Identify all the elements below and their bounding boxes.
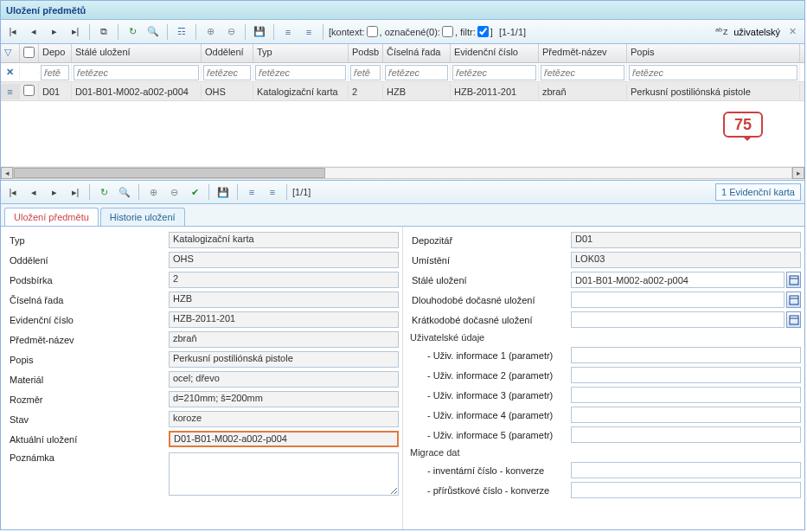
lbl-mat: Materiál	[4, 375, 169, 385]
save-icon[interactable]: 💾	[251, 23, 268, 41]
lbl-inv: - inventární číslo - konverze	[407, 465, 571, 476]
kontext-checkbox[interactable]	[367, 26, 378, 37]
lbl-u2: - Uživ. informace 2 (parametr)	[407, 370, 571, 381]
col-podsb[interactable]: Podsb	[349, 44, 383, 62]
remove2-icon[interactable]: ⊖	[165, 183, 183, 201]
val-umist: LOK03	[571, 252, 801, 268]
col-typ[interactable]: Typ	[253, 44, 349, 62]
horizontal-scrollbar[interactable]: ◂ ▸	[1, 166, 804, 180]
kontext-label: [kontext: , označené(0): , filtr: ] [1-1…	[329, 26, 526, 37]
filtr-checkbox[interactable]	[477, 26, 489, 37]
next-page-icon[interactable]: ▸	[46, 23, 63, 41]
prev-page-icon[interactable]: ◂	[25, 23, 42, 41]
copy-icon[interactable]: ⧉	[95, 23, 112, 41]
picker-krat-icon[interactable]	[786, 311, 801, 328]
search2-icon[interactable]: 🔍	[116, 183, 133, 201]
prev2-icon[interactable]: ◂	[25, 183, 42, 201]
picker-stale-icon[interactable]	[786, 272, 801, 288]
lbl-podsb: Podsbírka	[4, 275, 169, 285]
filter-col-icon[interactable]: ▽	[1, 44, 20, 62]
filter-podsb[interactable]	[350, 65, 381, 80]
save2-icon[interactable]: 💾	[215, 183, 232, 201]
val-u5[interactable]	[571, 426, 801, 443]
filt2a-icon[interactable]: ≡	[243, 183, 260, 201]
val-u3[interactable]	[571, 387, 801, 403]
selectall-checkbox[interactable]	[23, 47, 35, 58]
col-stale[interactable]: Stálé uložení	[72, 44, 202, 62]
filter-stale[interactable]	[74, 65, 199, 80]
col-evid[interactable]: Evidenční číslo	[451, 44, 539, 62]
val-prir[interactable]	[571, 482, 801, 498]
table-row[interactable]: ≡ D01 D01-B01-M002-a002-p004 OHS Katalog…	[1, 82, 804, 101]
add2-icon[interactable]: ⊕	[144, 183, 162, 201]
row-menu-icon[interactable]: ≡	[1, 84, 20, 99]
val-depoz: D01	[571, 232, 801, 248]
tree-icon[interactable]: ☶	[173, 23, 190, 41]
oznacene-checkbox[interactable]	[442, 26, 453, 37]
evidencni-karta-badge[interactable]: 1 Evidenční karta	[715, 183, 801, 201]
svg-rect-0	[790, 276, 798, 285]
val-popis: Perkusní postiliónská pistole	[169, 351, 399, 368]
filter-popis[interactable]	[629, 65, 797, 80]
section-migr: Migrace dat	[403, 445, 804, 460]
lbl-odd: Oddělení	[4, 255, 169, 266]
filter-odd[interactable]	[203, 65, 251, 80]
user-label: uživatelský	[733, 27, 780, 37]
val-pozn[interactable]	[169, 452, 399, 496]
last2-icon[interactable]: ▸|	[67, 183, 84, 201]
filter2-icon[interactable]: ≡	[300, 23, 317, 41]
cell-popis: Perkusní postiliónská pistole	[627, 84, 800, 99]
filter-depo[interactable]	[41, 65, 69, 80]
check-icon[interactable]: ✔	[186, 183, 203, 201]
tab-historie[interactable]: Historie uložení	[100, 208, 185, 226]
val-krat[interactable]	[571, 311, 785, 328]
filter-typ[interactable]	[255, 65, 346, 80]
close-filter-icon[interactable]: ✕	[1, 66, 20, 79]
col-nazev[interactable]: Předmět-název	[539, 44, 627, 62]
row-checkbox[interactable]	[23, 85, 35, 96]
val-stale[interactable]	[571, 272, 785, 288]
cell-typ: Katalogizační karta	[253, 84, 349, 99]
first2-icon[interactable]: |◂	[4, 183, 22, 201]
col-odd[interactable]: Oddělení	[202, 44, 253, 62]
val-dlouh[interactable]	[571, 292, 785, 308]
add-icon[interactable]: ⊕	[202, 23, 219, 41]
filter-nazev[interactable]	[541, 65, 624, 80]
lbl-krat: Krátkodobé dočasné uložení	[407, 315, 571, 325]
lbl-u1: - Uživ. informace 1 (parametr)	[407, 350, 571, 361]
filt2b-icon[interactable]: ≡	[264, 183, 281, 201]
filter-evid[interactable]	[452, 65, 536, 80]
filter-rada[interactable]	[385, 65, 448, 80]
val-u4[interactable]	[571, 407, 801, 423]
sort-icon[interactable]: ᵃᵇz	[713, 23, 730, 41]
scroll-right-icon[interactable]: ▸	[792, 167, 804, 179]
val-u1[interactable]	[571, 347, 801, 363]
remove-icon[interactable]: ⊖	[222, 23, 240, 41]
col-rada[interactable]: Číselná řada	[383, 44, 451, 62]
val-odd: OHS	[169, 252, 399, 268]
cell-evid: HZB-2011-201	[451, 84, 539, 99]
lbl-rada: Číselná řada	[4, 295, 169, 305]
settings-icon[interactable]: ✕	[784, 23, 801, 41]
lbl-popis: Popis	[4, 355, 169, 365]
last-page-icon[interactable]: ▸|	[67, 23, 84, 41]
val-u2[interactable]	[571, 367, 801, 383]
refresh2-icon[interactable]: ↻	[95, 183, 112, 201]
picker-dlouh-icon[interactable]	[786, 292, 801, 308]
filter1-icon[interactable]: ≡	[279, 23, 297, 41]
col-depo[interactable]: Depo	[39, 44, 72, 62]
cell-podsb: 2	[349, 84, 383, 99]
cell-depo: D01	[39, 84, 72, 99]
refresh-icon[interactable]: ↻	[124, 23, 141, 41]
lbl-stale: Stálé uložení	[407, 275, 571, 285]
scroll-left-icon[interactable]: ◂	[1, 167, 13, 179]
first-page-icon[interactable]: |◂	[4, 23, 22, 41]
svg-rect-4	[790, 316, 798, 324]
search-icon[interactable]: 🔍	[144, 23, 162, 41]
col-popis[interactable]: Popis	[627, 44, 800, 62]
val-inv[interactable]	[571, 462, 801, 478]
next2-icon[interactable]: ▸	[46, 183, 63, 201]
lbl-pozn: Poznámka	[4, 452, 169, 463]
section-uziv: Uživatelské údaje	[403, 330, 804, 345]
tab-ulozeni[interactable]: Uložení předmětu	[4, 208, 99, 226]
